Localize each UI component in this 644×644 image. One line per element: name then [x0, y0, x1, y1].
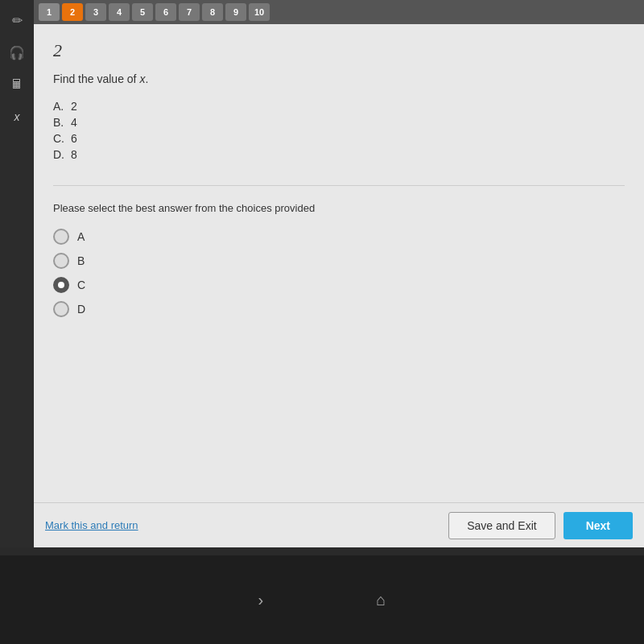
pencil-icon[interactable]: ✏: [3, 6, 31, 34]
tablet-frame: ✏ 🎧 🖩 x 1 2 3 4 5 6 7 8 9 10 2 Find the …: [0, 0, 644, 547]
choice-b-value: 4: [71, 116, 77, 129]
tab-question-8[interactable]: 8: [202, 3, 223, 21]
radio-option-a[interactable]: A: [53, 229, 625, 245]
question-text-suffix: .: [145, 72, 148, 85]
choice-b: B. 4: [53, 116, 625, 129]
action-buttons: Save and Exit Next: [448, 512, 633, 539]
formula-icon[interactable]: x: [3, 103, 31, 130]
action-bar: Mark this and return Save and Exit Next: [34, 502, 644, 547]
radio-label-c: C: [77, 279, 85, 291]
radio-circle-b: [53, 253, 69, 269]
choice-d: D. 8: [53, 148, 625, 161]
radio-circle-d: [53, 301, 69, 317]
radio-options: A B C D: [53, 229, 625, 317]
choice-d-letter: D.: [53, 148, 66, 161]
radio-label-a: A: [77, 230, 85, 243]
radio-option-c[interactable]: C: [53, 277, 625, 293]
calculator-icon[interactable]: 🖩: [3, 71, 31, 98]
home-icon[interactable]: ⌂: [376, 591, 386, 609]
tab-question-6[interactable]: 6: [155, 3, 176, 21]
answer-choices: A. 2 B. 4 C. 6 D. 8: [53, 100, 625, 161]
mark-return-link[interactable]: Mark this and return: [45, 519, 138, 531]
next-button[interactable]: Next: [564, 512, 633, 539]
tab-question-7[interactable]: 7: [179, 3, 200, 21]
choice-a: A. 2: [53, 100, 625, 113]
choice-b-letter: B.: [53, 116, 66, 129]
tab-question-4[interactable]: 4: [109, 3, 130, 21]
radio-option-d[interactable]: D: [53, 301, 625, 317]
choice-a-letter: A.: [53, 100, 66, 113]
tab-question-2[interactable]: 2: [62, 3, 83, 21]
save-exit-button[interactable]: Save and Exit: [448, 512, 555, 539]
choice-a-value: 2: [71, 100, 77, 113]
tab-question-3[interactable]: 3: [85, 3, 106, 21]
instruction-text: Please select the best answer from the c…: [53, 202, 625, 214]
radio-option-b[interactable]: B: [53, 253, 625, 269]
radio-label-b: B: [77, 254, 85, 267]
tab-bar: 1 2 3 4 5 6 7 8 9 10: [34, 0, 644, 24]
device-bar: › ⌂: [0, 555, 644, 644]
tab-question-9[interactable]: 9: [225, 3, 246, 21]
tab-question-1[interactable]: 1: [39, 3, 60, 21]
back-arrow-icon[interactable]: ›: [258, 591, 264, 609]
headphone-icon[interactable]: 🎧: [3, 39, 31, 66]
tab-question-10[interactable]: 10: [249, 3, 270, 21]
radio-circle-c: [53, 277, 69, 293]
question-text: Find the value of x.: [53, 72, 625, 85]
question-number: 2: [53, 40, 625, 61]
radio-circle-a: [53, 229, 69, 245]
divider: [53, 185, 625, 186]
choice-d-value: 8: [71, 148, 77, 161]
tab-question-5[interactable]: 5: [132, 3, 153, 21]
sidebar: ✏ 🎧 🖩 x: [0, 0, 34, 547]
choice-c-value: 6: [71, 132, 77, 145]
radio-label-d: D: [77, 303, 85, 316]
main-content: 2 Find the value of x. A. 2 B. 4 C. 6 D.…: [34, 24, 644, 502]
choice-c: C. 6: [53, 132, 625, 145]
choice-c-letter: C.: [53, 132, 66, 145]
